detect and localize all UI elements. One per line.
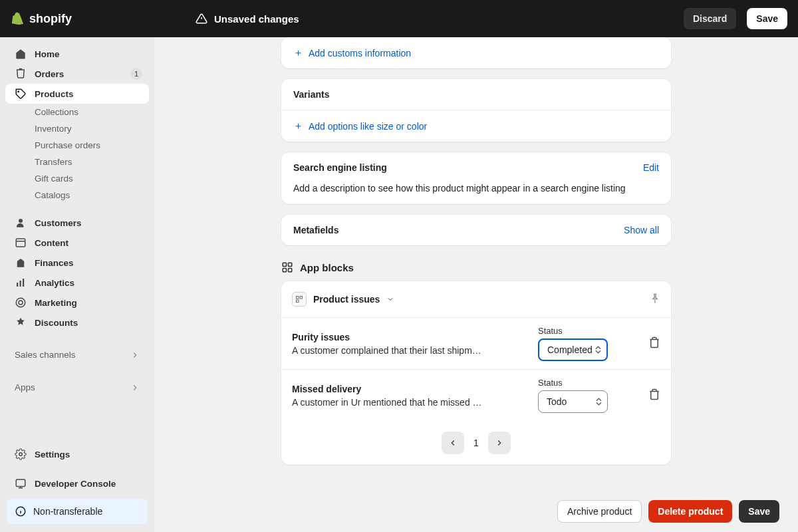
sidebar-sub-collections[interactable]: Collections xyxy=(5,104,149,120)
plus-icon: ＋ xyxy=(293,120,303,132)
sidebar-item-label: Discounts xyxy=(35,318,78,328)
customers-icon xyxy=(15,217,27,229)
page-prev-button[interactable] xyxy=(442,432,464,454)
sidebar-item-label: Finances xyxy=(35,258,74,268)
orders-icon xyxy=(15,68,27,80)
status-select[interactable]: Completed xyxy=(538,338,608,361)
brand-text: shopify xyxy=(29,12,72,26)
archive-product-button[interactable]: Archive product xyxy=(557,500,642,523)
sidebar-item-discounts[interactable]: Discounts xyxy=(5,313,149,332)
sidebar-item-customers[interactable]: Customers xyxy=(5,213,149,233)
svg-rect-5 xyxy=(23,279,24,287)
sidebar-item-products[interactable]: Products xyxy=(5,84,149,104)
pin-icon[interactable] xyxy=(650,293,660,306)
delete-issue-button[interactable] xyxy=(648,388,660,402)
status-label: Status xyxy=(538,326,638,336)
sidebar-item-marketing[interactable]: Marketing xyxy=(5,293,149,313)
discounts-icon xyxy=(15,317,27,329)
select-chevron-icon xyxy=(596,398,602,406)
app-block-title-toggle[interactable]: Product issues xyxy=(292,292,394,307)
sidebar-sub-inventory[interactable]: Inventory xyxy=(5,120,149,137)
app-block-icon xyxy=(292,292,307,307)
discard-button[interactable]: Discard xyxy=(684,8,736,29)
issue-row: Missed delivery A customer in Ur mention… xyxy=(281,369,671,421)
products-icon xyxy=(15,88,27,100)
svg-rect-9 xyxy=(16,479,25,487)
orders-badge: 1 xyxy=(130,68,142,80)
issue-description: A customer in Ur mentioned that he misse… xyxy=(292,397,485,408)
save-button-top[interactable]: Save xyxy=(747,8,787,29)
sidebar-section-sales-channels[interactable]: Sales channels xyxy=(5,344,149,365)
status-label: Status xyxy=(538,378,638,388)
gear-icon xyxy=(15,448,27,460)
svg-rect-3 xyxy=(17,283,18,287)
sidebar-item-finances[interactable]: Finances xyxy=(5,253,149,273)
sidebar: Home Orders 1 Products Collections Inven… xyxy=(0,37,154,532)
status-select[interactable]: Todo xyxy=(538,390,608,413)
app-blocks-icon xyxy=(281,261,293,273)
app-block-product-issues: Product issues Purity issues A customer … xyxy=(281,281,671,465)
sidebar-item-settings[interactable]: Settings xyxy=(5,444,149,464)
select-chevron-icon xyxy=(595,346,601,354)
seo-edit-link[interactable]: Edit xyxy=(643,162,659,173)
home-icon xyxy=(15,48,27,60)
issue-title: Missed delivery xyxy=(292,384,527,394)
issue-title: Purity issues xyxy=(292,332,527,342)
svg-point-0 xyxy=(18,91,19,92)
seo-description: Add a description to see how this produc… xyxy=(281,183,671,204)
svg-rect-16 xyxy=(300,297,303,299)
pagination: 1 xyxy=(281,421,671,465)
finances-icon xyxy=(15,257,27,269)
metafields-card: Metafields Show all xyxy=(281,215,671,245)
svg-point-6 xyxy=(16,298,25,307)
svg-rect-15 xyxy=(297,297,299,299)
sidebar-item-label: Analytics xyxy=(35,278,74,288)
sidebar-item-label: Products xyxy=(35,89,74,99)
seo-card: Search engine listing Edit Add a descrip… xyxy=(281,152,671,204)
sidebar-sub-catalogs[interactable]: Catalogs xyxy=(5,187,149,203)
delete-issue-button[interactable] xyxy=(648,336,660,350)
variants-card: Variants ＋ Add options like size or colo… xyxy=(281,79,671,142)
info-icon xyxy=(15,505,27,517)
add-customs-link[interactable]: ＋ Add customs information xyxy=(281,37,671,68)
content-icon xyxy=(15,237,27,249)
svg-rect-4 xyxy=(20,281,21,287)
svg-rect-14 xyxy=(289,269,292,272)
sidebar-sub-gift-cards[interactable]: Gift cards xyxy=(5,170,149,187)
unsaved-changes-indicator: Unsaved changes xyxy=(196,13,299,25)
metafields-showall-link[interactable]: Show all xyxy=(624,225,659,235)
svg-rect-17 xyxy=(297,300,299,303)
card-title: Search engine listing xyxy=(293,162,387,173)
svg-rect-11 xyxy=(283,263,286,266)
page-next-button[interactable] xyxy=(488,432,511,454)
save-button-bottom[interactable]: Save xyxy=(739,500,779,523)
sidebar-item-analytics[interactable]: Analytics xyxy=(5,273,149,293)
svg-point-7 xyxy=(19,301,23,305)
sidebar-item-orders[interactable]: Orders 1 xyxy=(5,64,149,84)
svg-point-1 xyxy=(19,219,23,223)
sidebar-item-label: Orders xyxy=(35,69,64,79)
sidebar-section-apps[interactable]: Apps xyxy=(5,377,149,398)
add-variant-options-link[interactable]: ＋ Add options like size or color xyxy=(281,110,671,142)
chevron-right-icon xyxy=(130,350,140,360)
sidebar-item-label: Settings xyxy=(35,450,70,460)
sidebar-item-label: Content xyxy=(35,238,68,248)
sidebar-sub-purchase-orders[interactable]: Purchase orders xyxy=(5,137,149,154)
svg-point-8 xyxy=(19,453,23,456)
chevron-down-icon xyxy=(386,295,394,303)
app-blocks-heading: App blocks xyxy=(281,261,671,273)
shopify-logo[interactable]: shopify xyxy=(11,11,72,26)
svg-rect-13 xyxy=(283,269,286,272)
card-title: Metafields xyxy=(293,225,338,235)
card-title: Variants xyxy=(293,89,329,100)
sidebar-item-home[interactable]: Home xyxy=(5,44,149,64)
sidebar-item-content[interactable]: Content xyxy=(5,233,149,253)
sidebar-sub-transfers[interactable]: Transfers xyxy=(5,154,149,170)
sidebar-item-label: Home xyxy=(35,49,60,59)
warning-icon xyxy=(196,13,207,25)
delete-product-button[interactable]: Delete product xyxy=(648,500,732,523)
svg-rect-2 xyxy=(16,239,25,247)
sidebar-item-developer-console[interactable]: Developer Console xyxy=(5,473,149,493)
svg-rect-12 xyxy=(289,263,292,266)
chevron-right-icon xyxy=(130,383,140,392)
